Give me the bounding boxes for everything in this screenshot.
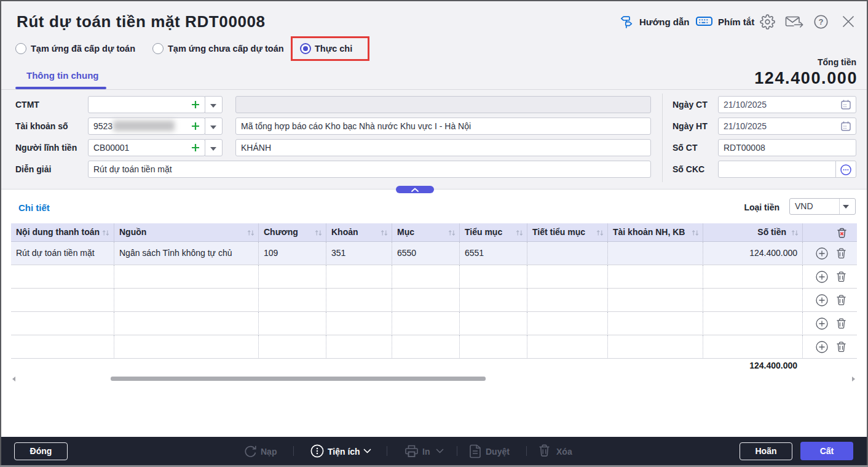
svg-text:?: ? <box>819 17 824 26</box>
